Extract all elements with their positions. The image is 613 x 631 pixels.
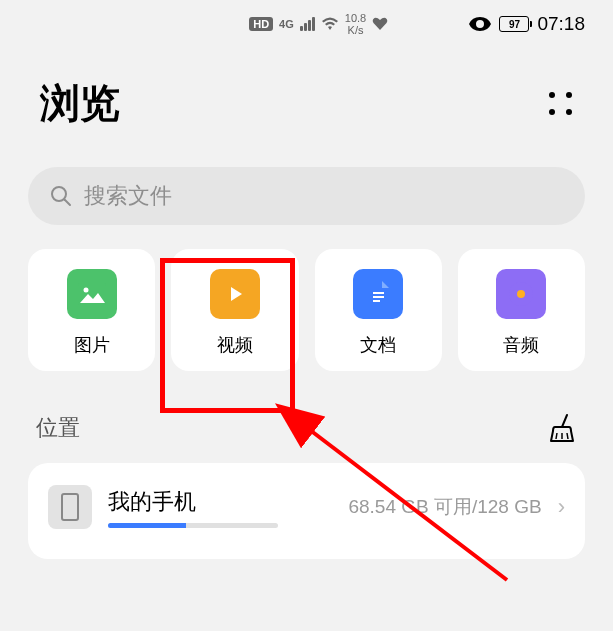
svg-rect-6: [373, 300, 380, 302]
category-audio[interactable]: 音频: [458, 249, 585, 371]
broom-icon[interactable]: [549, 413, 577, 443]
storage-name: 我的手机: [108, 487, 332, 517]
location-title: 位置: [36, 413, 80, 443]
battery-icon: 97: [499, 16, 529, 32]
image-icon: [67, 269, 117, 319]
clock-time: 07:18: [537, 13, 585, 35]
svg-rect-5: [373, 296, 384, 298]
signal-icon: [300, 17, 315, 31]
category-label: 视频: [217, 333, 253, 357]
category-label: 文档: [360, 333, 396, 357]
storage-info: 我的手机: [108, 487, 332, 528]
wifi-icon: [321, 17, 339, 31]
video-icon: [210, 269, 260, 319]
category-label: 图片: [74, 333, 110, 357]
search-icon: [50, 185, 72, 207]
network-speed: 10.8 K/s: [345, 12, 366, 36]
search-placeholder: 搜索文件: [84, 181, 172, 211]
document-icon: [353, 269, 403, 319]
chevron-right-icon: ›: [558, 494, 565, 520]
category-row: 图片 视频 文档 音频: [0, 225, 613, 371]
svg-line-10: [556, 433, 557, 439]
category-videos[interactable]: 视频: [171, 249, 298, 371]
network-type: 4G: [279, 18, 294, 30]
category-images[interactable]: 图片: [28, 249, 155, 371]
svg-rect-4: [373, 292, 384, 294]
storage-my-phone[interactable]: 我的手机 68.54 GB 可用/128 GB ›: [28, 463, 585, 559]
svg-point-3: [83, 288, 88, 293]
search-input[interactable]: 搜索文件: [28, 167, 585, 225]
phone-icon: [48, 485, 92, 529]
svg-line-1: [65, 200, 71, 206]
eye-icon: [469, 17, 491, 31]
heart-icon: [372, 17, 388, 31]
page-title: 浏览: [40, 76, 120, 131]
audio-icon: [496, 269, 546, 319]
status-left: HD 4G 10.8 K/s: [168, 12, 469, 36]
svg-line-9: [562, 415, 567, 427]
location-section: 位置: [0, 371, 613, 443]
category-documents[interactable]: 文档: [315, 249, 442, 371]
hd-badge: HD: [249, 17, 273, 31]
page-header: 浏览: [0, 48, 613, 151]
location-header: 位置: [36, 413, 577, 443]
category-label: 音频: [503, 333, 539, 357]
storage-progress: [108, 523, 278, 528]
svg-point-8: [517, 290, 525, 298]
status-right: 97 07:18: [469, 13, 585, 35]
svg-line-12: [567, 433, 568, 439]
storage-text: 68.54 GB 可用/128 GB: [348, 494, 541, 520]
more-menu-button[interactable]: [549, 92, 573, 116]
status-bar: HD 4G 10.8 K/s 97 07:18: [0, 0, 613, 48]
